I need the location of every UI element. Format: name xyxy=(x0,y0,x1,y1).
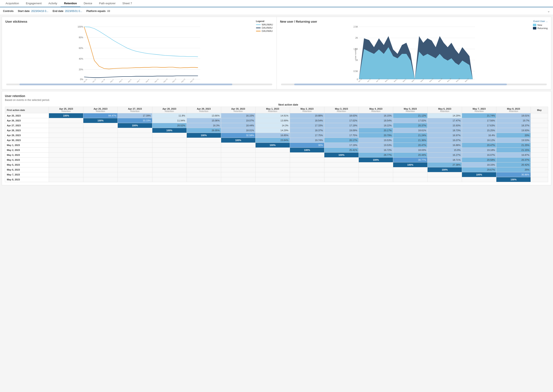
retention-cell: 30.86% xyxy=(496,172,531,177)
retention-cell xyxy=(83,158,118,162)
end-date-control[interactable]: End date 2023/05/31 0... xyxy=(53,10,82,13)
retention-cell xyxy=(255,148,290,153)
table-row: May 4, 2023100%30.77%18.71%20.58%20.37% xyxy=(5,158,548,162)
retention-cell xyxy=(221,148,255,153)
stickiness-title: User stickiness xyxy=(5,20,273,23)
platform-control[interactable]: Platform equals All xyxy=(86,10,110,13)
retention-cell xyxy=(531,162,548,167)
table-row: Apr 26, 2023100%33.33%11.94%15.06%19.07%… xyxy=(5,118,548,123)
nav-item-engagement[interactable]: Engagement xyxy=(22,0,45,7)
retention-cell: 26.05% xyxy=(187,128,221,133)
retention-cell: 18.63% xyxy=(324,113,359,118)
retention-cell: 14.29% xyxy=(255,128,290,133)
nav-item-activity[interactable]: Activity xyxy=(45,0,61,7)
retention-cell: 13.99% xyxy=(255,118,290,123)
retention-cell xyxy=(393,167,428,172)
nav-item-acquisition[interactable]: Acquisition xyxy=(2,0,22,7)
collapse-chevron[interactable]: ⌄ xyxy=(547,9,550,13)
retention-cell xyxy=(531,153,548,158)
top-nav: Acquisition Engagement Activity Retentio… xyxy=(0,0,553,7)
retention-cell xyxy=(255,172,290,177)
retention-cell: 18.22% xyxy=(359,123,393,128)
retention-cell: 16.97% xyxy=(428,133,462,138)
nav-item-path-explorer[interactable]: Path explorer xyxy=(96,0,119,7)
col-header-5: Apr 30, 2023 Retention xyxy=(221,107,255,113)
retention-cell: 20.58% xyxy=(462,158,496,162)
retention-cell xyxy=(118,177,152,182)
retention-cell xyxy=(221,177,255,182)
retention-cell: 17.56% xyxy=(462,118,496,123)
col-header-14: May xyxy=(531,107,548,113)
stickiness-svg: 100% 80% 60% 40% 20% 0% xyxy=(5,25,273,83)
retention-cell xyxy=(290,172,324,177)
retention-cell: 100% xyxy=(496,177,531,182)
retention-cell: 100% xyxy=(255,143,290,148)
retention-cell: 32.58% xyxy=(221,133,255,138)
row-date-label: Apr 25, 2023 xyxy=(5,113,49,118)
retention-cell: 21.12% xyxy=(393,113,428,118)
controls-bar: Controls Start date 2023/04/16 0... End … xyxy=(0,7,553,15)
retention-cell: 21.15% xyxy=(496,148,531,153)
retention-cell xyxy=(118,162,152,167)
retention-cell xyxy=(152,138,187,143)
newuser-scrollbar[interactable] xyxy=(281,84,547,85)
first-action-header: First action date xyxy=(5,107,49,113)
controls-label[interactable]: Controls xyxy=(3,10,14,13)
svg-text:May 25: May 25 xyxy=(190,78,194,83)
row-date-label: Apr 30, 2023 xyxy=(5,138,49,143)
retention-cell xyxy=(393,177,428,182)
retention-cell xyxy=(359,162,393,167)
retention-cell: 17.02% xyxy=(324,118,359,123)
retention-cell xyxy=(49,177,83,182)
svg-text:40%: 40% xyxy=(79,58,83,60)
retention-cell xyxy=(118,153,152,158)
retention-cell: 16.88% xyxy=(428,143,462,148)
retention-cell xyxy=(118,148,152,153)
retention-cell: 20.42% xyxy=(496,162,531,167)
nav-item-sheet7[interactable]: Sheet 7 xyxy=(119,0,135,7)
retention-cell: 100% xyxy=(324,153,359,158)
retention-cell: 19.07% xyxy=(221,118,255,123)
retention-cell: 19.53% xyxy=(359,138,393,143)
retention-cell: 19.18% xyxy=(462,148,496,153)
stickiness-panel: User stickiness Legend WAU/MAU DAU/MAU D… xyxy=(2,17,277,89)
row-date-label: May 6, 2023 xyxy=(5,167,49,172)
retention-cell xyxy=(531,172,548,177)
retention-cell: 16.27% xyxy=(428,153,462,158)
svg-text:0%: 0% xyxy=(80,78,83,81)
retention-cell xyxy=(118,158,152,162)
svg-text:May 11: May 11 xyxy=(154,78,159,83)
stickiness-scrollbar[interactable] xyxy=(6,84,272,85)
table-row: May 1, 2023100%30%17.19%19.53%20.47%16.8… xyxy=(5,143,548,148)
retention-cell: 100% xyxy=(428,167,462,172)
retention-cell xyxy=(187,158,221,162)
retention-cell: 20.17% xyxy=(324,138,359,143)
retention-cell xyxy=(221,158,255,162)
row-date-label: May 4, 2023 xyxy=(5,158,49,162)
retention-cell: 28.77% xyxy=(359,153,393,158)
retention-cell xyxy=(531,177,548,182)
event-selector[interactable]: Event User ... xyxy=(533,20,548,22)
retention-cell: 18.01% xyxy=(221,128,255,133)
retention-cell xyxy=(187,172,221,177)
retention-cell: 100% xyxy=(393,162,428,167)
retention-cell xyxy=(324,158,359,162)
col-header-12: May 7, 2023 Retention xyxy=(462,107,496,113)
nav-item-device[interactable]: Device xyxy=(80,0,96,7)
table-row: May 8, 2023100% xyxy=(5,177,548,182)
retention-subtitle: Based on events in the selected period. xyxy=(5,98,548,102)
col-header-1: Apr 26, 2023 Retention xyxy=(83,107,118,113)
end-date-value: 2023/05/31 0... xyxy=(65,10,82,13)
retention-cell xyxy=(221,153,255,158)
retention-cell: 20.37% xyxy=(496,158,531,162)
start-date-control[interactable]: Start date 2023/04/16 0... xyxy=(18,10,48,13)
retention-cell xyxy=(118,133,152,138)
svg-text:2K: 2K xyxy=(355,37,358,39)
table-row: Apr 28, 2023100%26.05%18.01%14.29%18.37%… xyxy=(5,128,548,133)
nav-item-retention[interactable]: Retention xyxy=(61,0,80,7)
retention-cell xyxy=(324,172,359,177)
retention-cell xyxy=(393,172,428,177)
retention-cell: 16.87% xyxy=(496,153,531,158)
retention-cell xyxy=(255,177,290,182)
retention-cell: 30% xyxy=(290,143,324,148)
